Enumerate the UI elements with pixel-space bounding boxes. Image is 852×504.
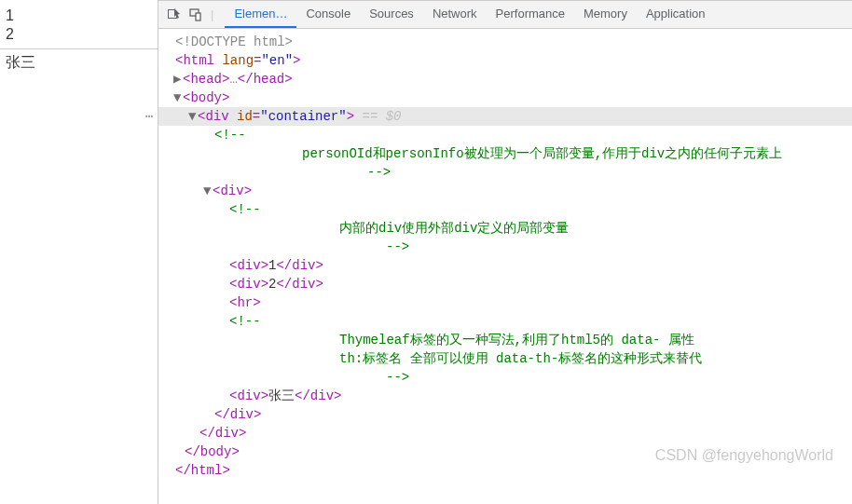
dom-div1[interactable]: <div>1</div> [158, 256, 852, 275]
dom-innerdiv-close[interactable]: </div> [158, 405, 852, 424]
dom-comment2-open[interactable]: <!-- [158, 200, 852, 219]
dom-comment1-open[interactable]: <!-- [158, 126, 852, 144]
tab-network[interactable]: Network [423, 1, 487, 28]
dom-html-open[interactable]: <html lang="en"> [158, 51, 852, 70]
toolbar-separator: | [211, 7, 213, 21]
tab-console[interactable]: Console [296, 1, 360, 28]
devtools-tabs: Elemen… Console Sources Network Performa… [225, 1, 714, 28]
dom-comment2-close[interactable]: --> [158, 238, 852, 256]
page-name: 张三 [6, 53, 158, 73]
dom-comment3-open[interactable]: <!-- [158, 312, 852, 331]
tab-performance[interactable]: Performance [487, 1, 574, 28]
dom-comment1-close[interactable]: --> [158, 163, 852, 182]
devtools-toolbar: | Elemen… Console Sources Network Perfor… [158, 1, 852, 29]
device-toolbar-icon[interactable] [186, 6, 205, 24]
tab-elements[interactable]: Elemen… [225, 1, 296, 28]
dom-comment3a[interactable]: Thymeleaf标签的又一种写法,利用了html5的 data- 属性 [158, 331, 852, 349]
tab-application[interactable]: Application [637, 1, 715, 28]
dom-container-close[interactable]: </div> [158, 424, 852, 443]
dom-head[interactable]: ▶<head>…</head> [158, 70, 852, 89]
dom-hr[interactable]: <hr> [158, 293, 852, 312]
devtools-panel: | Elemen… Console Sources Network Perfor… [158, 0, 852, 504]
dom-div2[interactable]: <div>2</div> [158, 275, 852, 293]
svg-rect-1 [196, 13, 200, 20]
page-line-1: 1 [6, 7, 158, 24]
dom-comment3-close[interactable]: --> [158, 368, 852, 387]
dom-doctype[interactable]: <!DOCTYPE html> [158, 33, 852, 51]
tab-memory[interactable]: Memory [574, 1, 637, 28]
dom-innerdiv-open[interactable]: ▼<div> [158, 182, 852, 200]
dom-comment1-text[interactable]: personOId和personInfo被处理为一个局部变量,作用于div之内的… [158, 144, 852, 163]
rendered-page-pane: 1 2 张三 [0, 0, 158, 504]
dom-container-open[interactable]: ▼<div id="container"> == $0 [158, 107, 852, 126]
inspect-icon[interactable] [164, 6, 183, 24]
dom-comment3b[interactable]: th:标签名 全部可以使用 data-th-标签名的这种形式来替代 [158, 349, 852, 368]
dom-body-open[interactable]: ▼<body> [158, 89, 852, 107]
tab-sources[interactable]: Sources [360, 1, 423, 28]
dom-comment2-text[interactable]: 内部的div使用外部div定义的局部变量 [158, 219, 852, 238]
watermark: CSDN @fengyehongWorld [655, 446, 833, 465]
page-line-2: 2 [6, 26, 158, 43]
page-divider [0, 48, 158, 49]
elements-tree[interactable]: <!DOCTYPE html> <html lang="en"> ▶<head>… [158, 29, 852, 480]
dom-div-name[interactable]: <div>张三</div> [158, 387, 852, 405]
